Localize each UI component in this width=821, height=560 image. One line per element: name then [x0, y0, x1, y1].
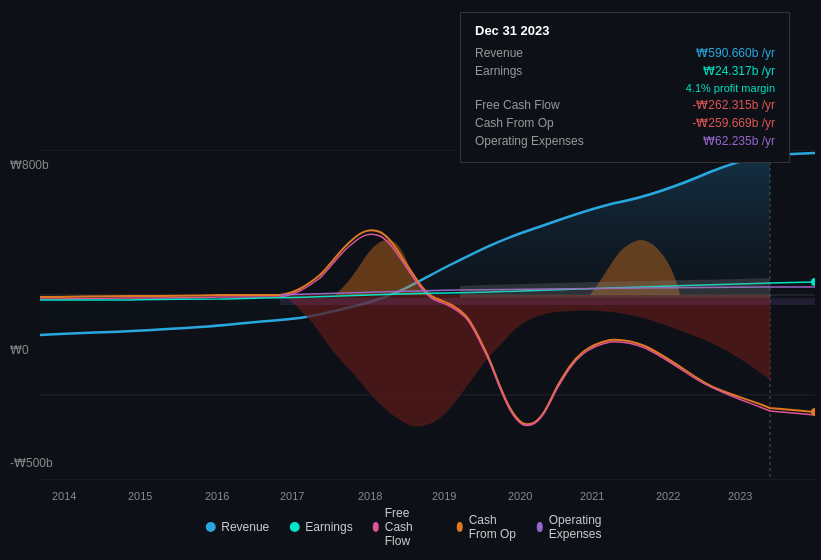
tooltip: Dec 31 2023 Revenue ₩590.660b /yr Earnin… — [460, 12, 790, 163]
tooltip-row-earnings: Earnings ₩24.317b /yr — [475, 64, 775, 78]
earnings-dot — [811, 278, 815, 286]
legend-item-fcf[interactable]: Free Cash Flow — [373, 506, 437, 548]
x-label-2020: 2020 — [508, 490, 532, 502]
tooltip-row-profit-margin: 4.1% profit margin — [475, 82, 775, 94]
x-label-2018: 2018 — [358, 490, 382, 502]
tooltip-label-cashfromop: Cash From Op — [475, 116, 595, 130]
opex-area — [280, 298, 815, 305]
legend-dot-cashfromop — [457, 522, 463, 532]
chart-container: Dec 31 2023 Revenue ₩590.660b /yr Earnin… — [0, 0, 821, 560]
x-label-2015: 2015 — [128, 490, 152, 502]
legend-item-opex[interactable]: Operating Expenses — [537, 513, 616, 541]
x-label-2016: 2016 — [205, 490, 229, 502]
tooltip-date: Dec 31 2023 — [475, 23, 775, 38]
legend-label-earnings: Earnings — [305, 520, 352, 534]
legend-item-revenue[interactable]: Revenue — [205, 520, 269, 534]
tooltip-value-earnings: ₩24.317b /yr — [703, 64, 775, 78]
x-label-2023: 2023 — [728, 490, 752, 502]
legend-dot-fcf — [373, 522, 379, 532]
tooltip-value-opex: ₩62.235b /yr — [703, 134, 775, 148]
x-label-2021: 2021 — [580, 490, 604, 502]
legend-label-opex: Operating Expenses — [549, 513, 616, 541]
x-label-2022: 2022 — [656, 490, 680, 502]
legend-label-revenue: Revenue — [221, 520, 269, 534]
legend-item-cashfromop[interactable]: Cash From Op — [457, 513, 517, 541]
x-label-2019: 2019 — [432, 490, 456, 502]
cashfromop-pos-area-left — [335, 240, 430, 295]
legend-item-earnings[interactable]: Earnings — [289, 520, 352, 534]
x-label-2017: 2017 — [280, 490, 304, 502]
tooltip-label-revenue: Revenue — [475, 46, 595, 60]
tooltip-value-cashfromop: -₩259.669b /yr — [692, 116, 775, 130]
tooltip-row-cashfromop: Cash From Op -₩259.669b /yr — [475, 116, 775, 130]
legend-label-cashfromop: Cash From Op — [469, 513, 517, 541]
tooltip-label-fcf: Free Cash Flow — [475, 98, 595, 112]
legend-dot-revenue — [205, 522, 215, 532]
tooltip-row-opex: Operating Expenses ₩62.235b /yr — [475, 134, 775, 148]
tooltip-label-earnings: Earnings — [475, 64, 595, 78]
tooltip-row-fcf: Free Cash Flow -₩262.315b /yr — [475, 98, 775, 112]
tooltip-value-fcf: -₩262.315b /yr — [692, 98, 775, 112]
tooltip-value-profit-margin: 4.1% profit margin — [686, 82, 775, 94]
legend: Revenue Earnings Free Cash Flow Cash Fro… — [205, 506, 616, 548]
tooltip-label-opex: Operating Expenses — [475, 134, 595, 148]
tooltip-value-revenue: ₩590.660b /yr — [696, 46, 775, 60]
chart-svg — [40, 150, 815, 480]
legend-dot-earnings — [289, 522, 299, 532]
y-axis-0: ₩0 — [10, 343, 29, 357]
cashfromop-neg-area — [280, 295, 770, 427]
legend-label-fcf: Free Cash Flow — [385, 506, 437, 548]
legend-dot-opex — [537, 522, 543, 532]
x-label-2014: 2014 — [52, 490, 76, 502]
tooltip-row-revenue: Revenue ₩590.660b /yr — [475, 46, 775, 60]
